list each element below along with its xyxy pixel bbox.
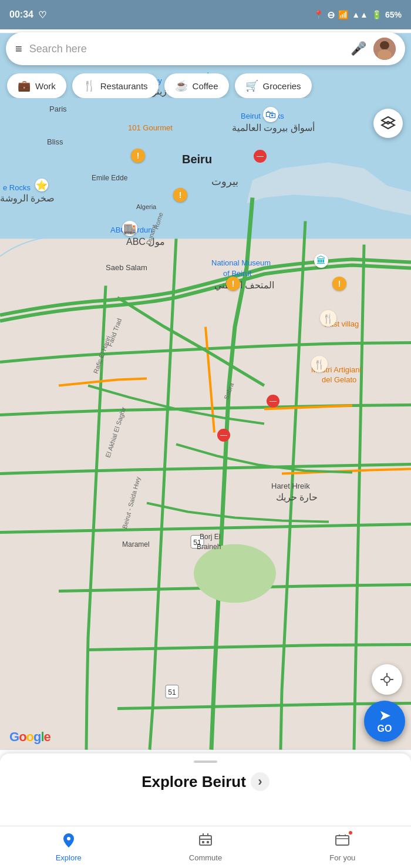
svg-rect-22	[202, 841, 204, 843]
go-button[interactable]: ➤ GO	[364, 701, 405, 742]
bottom-sheet: Explore Beirut ›	[0, 753, 411, 828]
groceries-label: Groceries	[263, 81, 301, 91]
location-button[interactable]	[372, 664, 402, 695]
groceries-icon: 🛒	[245, 79, 258, 92]
explore-label: Explore	[56, 853, 82, 862]
svg-point-20	[67, 837, 70, 840]
work-label: Work	[35, 81, 56, 91]
category-groceries[interactable]: 🛒 Groceries	[235, 73, 312, 98]
restaurant-pin-2: 🍴	[311, 356, 328, 372]
map-area[interactable]: 51 51 Zaitunay Bay زيتونة باي 🌲 Beirut S…	[0, 29, 411, 753]
svg-text:51: 51	[168, 688, 176, 697]
svg-point-8	[194, 544, 276, 603]
nav-item-explore[interactable]: Explore	[0, 826, 137, 868]
dnd-icon: ⊖	[327, 9, 335, 21]
go-arrow-icon: ➤	[379, 708, 390, 724]
battery-percent: 65%	[385, 10, 402, 19]
work-icon: 💼	[18, 79, 31, 92]
menu-icon[interactable]: ≡	[15, 42, 22, 56]
traffic-warning-4: !	[332, 277, 346, 291]
google-logo: Google	[9, 729, 50, 745]
roadblock-2: —	[267, 395, 279, 408]
battery-icon: 🔋	[372, 10, 382, 19]
commute-label: Commute	[189, 853, 222, 862]
commute-icon	[198, 832, 213, 851]
svg-marker-14	[382, 122, 395, 129]
go-label: GO	[378, 724, 392, 734]
abc-icon: 🏬	[122, 221, 137, 236]
category-coffee[interactable]: ☕ Coffee	[164, 73, 229, 98]
restaurants-label: Restaurants	[100, 81, 148, 91]
coffee-label: Coffee	[193, 81, 218, 91]
search-bar[interactable]: ≡ Search here 🎤	[6, 32, 405, 65]
search-bar-container: ≡ Search here 🎤	[6, 32, 405, 65]
svg-rect-23	[207, 841, 209, 843]
layer-toggle-button[interactable]	[373, 109, 403, 138]
svg-rect-21	[200, 836, 211, 845]
svg-text:51: 51	[193, 539, 201, 547]
location-icon: 📍	[314, 10, 324, 19]
nav-item-commute[interactable]: Commute	[137, 826, 274, 868]
explore-arrow-icon[interactable]: ›	[251, 772, 269, 791]
heart-icon: ♡	[38, 9, 46, 21]
shopping-icon: 🛍	[263, 107, 278, 122]
restaurant-pin-1: 🍴	[320, 310, 336, 327]
roadblock-3: —	[217, 429, 230, 442]
traffic-warning-2: !	[173, 188, 187, 202]
explore-icon	[61, 832, 76, 851]
explore-beirut-title: Explore Beirut	[142, 773, 246, 791]
coffee-icon: ☕	[175, 79, 188, 92]
search-input[interactable]: Search here	[29, 43, 343, 55]
foryou-label: For you	[329, 853, 355, 862]
wifi-icon: 📶	[338, 10, 348, 19]
foryou-icon	[335, 832, 350, 851]
category-restaurants[interactable]: 🍴 Restaurants	[72, 73, 159, 98]
traffic-warning-1: !	[131, 149, 145, 163]
traffic-warning-3: !	[226, 277, 240, 291]
museum-icon: 🏛	[314, 254, 328, 268]
explore-beirut-row[interactable]: Explore Beirut ›	[142, 772, 269, 791]
category-pills: 💼 Work 🍴 Restaurants ☕ Coffee 🛒 Grocerie…	[0, 73, 411, 98]
svg-rect-24	[336, 836, 349, 845]
svg-point-3	[380, 41, 389, 49]
rocks-icon: ⭐	[35, 179, 48, 191]
nav-item-foryou[interactable]: For you	[274, 826, 411, 868]
restaurants-icon: 🍴	[83, 79, 96, 92]
category-work[interactable]: 💼 Work	[7, 73, 66, 98]
sheet-handle	[194, 761, 217, 763]
mic-icon[interactable]: 🎤	[351, 41, 366, 56]
user-avatar[interactable]	[373, 38, 396, 60]
signal-icon: ▲▲	[352, 10, 368, 19]
time-display: 00:34	[9, 9, 33, 20]
bottom-nav: Explore Commute For you	[0, 826, 411, 868]
svg-point-15	[384, 677, 390, 682]
status-bar: 00:34 ♡ 📍 ⊖ 📶 ▲▲ 🔋 65%	[0, 0, 411, 29]
svg-marker-13	[382, 117, 395, 124]
roadblock-1: —	[254, 150, 267, 163]
foryou-badge	[348, 830, 353, 836]
